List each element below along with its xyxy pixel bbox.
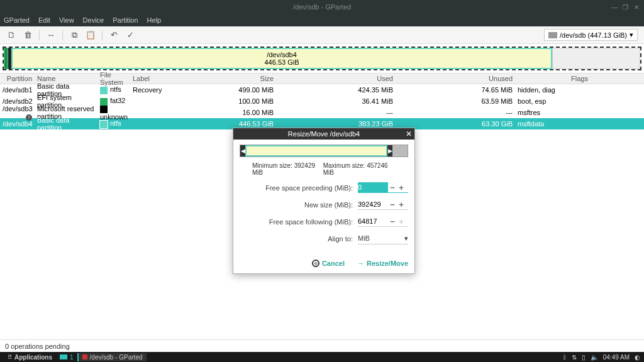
fs-color-icon (100, 121, 108, 128)
maximize-icon[interactable]: ❐ (623, 4, 629, 10)
resize-handle-right[interactable]: ▶ (387, 145, 392, 156)
min-size-label: Minimum size: 392429 MiB (252, 162, 323, 176)
arrow-right-icon: → (357, 260, 364, 267)
menu-partition[interactable]: Partition (113, 16, 138, 24)
divider (102, 30, 103, 40)
resize-icon[interactable]: ↔ (46, 30, 56, 40)
window-controls: — ❐ ✕ (611, 4, 640, 10)
app-icon (82, 354, 87, 359)
decrement-icon[interactable]: − (388, 183, 397, 192)
bluetooth-icon[interactable]: ᛒ (563, 354, 567, 361)
following-input[interactable]: − + (358, 216, 408, 227)
col-partition[interactable]: Partition (0, 74, 35, 84)
col-flags[interactable]: Flags (515, 74, 644, 84)
menu-device[interactable]: Device (83, 16, 104, 24)
resize-slider[interactable]: ◀ ▶ (240, 145, 408, 157)
delete-icon[interactable]: 🗑 (23, 30, 33, 40)
col-label[interactable]: Label (130, 74, 206, 84)
following-value[interactable] (358, 216, 388, 226)
dialog-titlebar[interactable]: Resize/Move /dev/sdb4 ✕ (233, 128, 414, 140)
menu-help[interactable]: Help (147, 16, 162, 24)
window-titlebar: /dev/sdb - GParted — ❐ ✕ (0, 0, 644, 14)
copy-icon[interactable]: ⧉ (69, 30, 79, 40)
align-dropdown[interactable]: MiB ▾ (358, 233, 408, 244)
menu-view[interactable]: View (59, 16, 74, 24)
max-size-label: Maximum size: 457246 MiB (323, 162, 396, 176)
chevron-down-icon: ▾ (404, 234, 408, 243)
window-title: /dev/sdb - GParted (293, 3, 351, 11)
dialog-close-icon[interactable]: ✕ (406, 129, 412, 138)
partition-map[interactable]: /dev/sdb4 446.53 GiB (3, 47, 641, 70)
close-icon[interactable]: ✕ (634, 4, 640, 10)
new-partition-icon[interactable]: 🗋 (6, 30, 16, 40)
preceding-value[interactable] (358, 182, 388, 192)
resize-handle-left[interactable]: ◀ (240, 145, 245, 156)
partition-map-label: /dev/sdb4 446.53 GiB (264, 51, 299, 66)
menubar: GParted Edit View Device Partition Help (0, 14, 644, 26)
app-menu[interactable]: ⠿ Applications (4, 354, 56, 361)
following-label: Free space following (MiB): (240, 218, 358, 226)
pager[interactable]: 1 (56, 354, 77, 361)
resize-fill[interactable] (245, 145, 387, 156)
col-unused[interactable]: Unused (396, 74, 515, 84)
clock[interactable]: 04:49 AM (603, 354, 630, 361)
disk-icon (548, 32, 557, 38)
undo-icon[interactable]: ↶ (109, 30, 119, 40)
minimize-icon[interactable]: — (611, 4, 618, 10)
newsize-input[interactable]: − + (358, 199, 408, 210)
statusbar-text: 0 operations pending (5, 343, 70, 350)
fs-color-icon (100, 87, 108, 94)
resize-free[interactable] (392, 145, 408, 156)
decrement-icon[interactable]: − (388, 200, 397, 209)
system-tray: ᛒ ⇅ ▯ 🔈 04:49 AM ◐ (563, 354, 640, 361)
resize-move-button[interactable]: → Resize/Move (357, 260, 408, 267)
col-size[interactable]: Size (206, 74, 276, 84)
menu-gparted[interactable]: GParted (4, 16, 30, 24)
dialog-title: Resize/Move /dev/sdb4 (288, 130, 360, 138)
fs-color-icon (100, 106, 108, 113)
divider (39, 30, 40, 40)
partition-seg-sdb4[interactable]: /dev/sdb4 446.53 GiB (11, 48, 552, 69)
grid-icon: ⠿ (8, 354, 12, 361)
align-label: Align to: (240, 235, 358, 243)
chevron-down-icon: ▾ (630, 31, 633, 39)
divider (62, 30, 63, 40)
align-value: MiB (358, 234, 370, 243)
newsize-value[interactable] (358, 199, 388, 209)
desktop-taskbar: ⠿ Applications 1 /dev/sdb - GParted ᛒ ⇅ … (0, 352, 644, 362)
col-used[interactable]: Used (276, 74, 396, 84)
taskbar-task[interactable]: /dev/sdb - GParted (77, 353, 147, 361)
device-selector-label: /dev/sdb (447.13 GiB) (560, 31, 627, 39)
battery-icon[interactable]: ▯ (582, 354, 586, 361)
increment-icon[interactable]: + (397, 183, 406, 192)
paste-icon[interactable]: 📋 (86, 30, 96, 40)
newsize-label: New size (MiB): (240, 201, 358, 209)
partition-seg-unallocated[interactable] (552, 48, 640, 69)
partition-used-fill (13, 49, 470, 68)
preceding-input[interactable]: − + (358, 182, 408, 193)
partition-table-body: /dev/sdb1Basic data partitionntfsRecover… (0, 84, 644, 129)
decrement-icon[interactable]: − (388, 217, 397, 226)
increment-icon[interactable]: + (397, 217, 406, 226)
resize-move-dialog: Resize/Move /dev/sdb4 ✕ ◀ ▶ Minimum size… (233, 128, 415, 274)
statusbar: 0 operations pending (0, 339, 644, 352)
device-selector[interactable]: /dev/sdb (447.13 GiB) ▾ (544, 29, 638, 41)
cancel-button[interactable]: ⦸ Cancel (312, 260, 345, 267)
network-icon[interactable]: ⇅ (572, 354, 577, 361)
menu-edit[interactable]: Edit (38, 16, 50, 24)
toolbar: 🗋 🗑 ↔ ⧉ 📋 ↶ ✓ /dev/sdb (447.13 GiB) ▾ (0, 26, 644, 44)
apply-icon[interactable]: ✓ (125, 30, 135, 40)
increment-icon[interactable]: + (397, 200, 406, 209)
preceding-label: Free space preceding (MiB): (240, 184, 358, 192)
cancel-icon: ⦸ (312, 260, 319, 267)
user-icon[interactable]: ◐ (635, 354, 640, 361)
volume-icon[interactable]: 🔈 (591, 354, 598, 361)
